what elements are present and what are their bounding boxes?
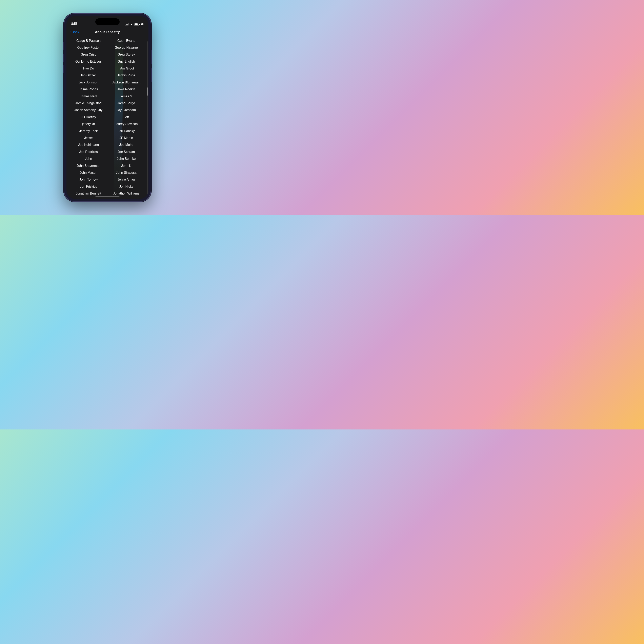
list-item: Jake Rodkin	[107, 86, 148, 93]
list-item: Jesse	[66, 135, 107, 141]
list-item: Ian Glazer	[66, 72, 107, 79]
list-item: Jeri Dansky	[107, 128, 148, 135]
list-item: Joe Moke	[107, 141, 148, 148]
nav-title: About Tapestry	[95, 30, 120, 34]
list-item: Joe Schram	[107, 148, 148, 155]
list-item: Hao Do	[66, 65, 107, 72]
signal-bar-1	[125, 25, 126, 25]
list-item: John Tornow	[66, 176, 107, 183]
list-item: JD Hartley	[66, 114, 107, 121]
content-area: Gaige B PaulsenGeon EvansGeoffrey Foster…	[66, 37, 148, 199]
names-list: Gaige B PaulsenGeon EvansGeoffrey Foster…	[66, 37, 148, 199]
status-icons: ▲ 78	[125, 23, 143, 26]
list-item: John	[66, 155, 107, 162]
list-item: Guillermo Esteves	[66, 58, 107, 65]
list-item: Jason Anthony Guy	[66, 107, 107, 114]
list-item: Jamie Thingelstad	[66, 100, 107, 107]
list-item: Jay Gresham	[107, 107, 148, 114]
list-item: John K	[107, 162, 148, 169]
list-item: Joe Kohlmann	[66, 141, 107, 148]
list-item: Joline Almer	[107, 176, 148, 183]
list-item: Jeremy Frick	[66, 128, 107, 135]
list-item: Jonathon Williams	[107, 190, 148, 197]
signal-bar-3	[127, 24, 128, 25]
list-item: JF Martin	[107, 135, 148, 141]
list-item: Gaige B Paulsen	[66, 37, 107, 44]
list-item: Joseph Zambella	[107, 197, 148, 199]
list-item: Joseph Agreda	[66, 197, 107, 199]
signal-bar-4	[128, 23, 129, 25]
list-item: John Mason	[66, 169, 107, 176]
list-item: James Neal	[66, 93, 107, 100]
list-item: John Braverman	[66, 162, 107, 169]
list-item: John Behnke	[107, 155, 148, 162]
scrollbar-track[interactable]	[147, 41, 148, 195]
battery-fill	[135, 23, 138, 25]
phone-screen: 8:53 ▲ 78 ‹ Ba	[66, 16, 148, 199]
battery-percent: 78	[141, 23, 143, 26]
list-item: Greg Crisp	[66, 51, 107, 58]
list-item: Jared Sorge	[107, 100, 148, 107]
list-item: John Siracusa	[107, 169, 148, 176]
list-item: Jon Friskics	[66, 183, 107, 190]
list-item: Jack Johnson	[66, 79, 107, 86]
dynamic-island	[95, 18, 120, 25]
list-item: I Am Groot	[107, 65, 148, 72]
list-item: Greg Storey	[107, 51, 148, 58]
phone-frame: 8:53 ▲ 78 ‹ Ba	[64, 14, 151, 201]
battery-icon: 78	[134, 23, 143, 26]
signal-bars-icon	[125, 23, 129, 25]
list-item: Geoffrey Foster	[66, 44, 107, 51]
list-item: Jeffrey Stevison	[107, 121, 148, 127]
wifi-icon: ▲	[130, 23, 133, 26]
list-item: Jaime Rodas	[66, 86, 107, 93]
list-item: Guy English	[107, 58, 148, 65]
list-item: George Navarro	[107, 44, 148, 51]
battery-body	[134, 23, 139, 25]
list-item: Joe Rodricks	[66, 148, 107, 155]
scrollbar-thumb[interactable]	[147, 87, 148, 96]
list-item: jefferyjxn	[66, 121, 107, 127]
list-item: Jon Hicks	[107, 183, 148, 190]
chevron-left-icon: ‹	[70, 30, 71, 34]
list-item: Jeff	[107, 114, 148, 121]
nav-bar: ‹ Back About Tapestry	[66, 27, 148, 37]
list-item: Jonathan Bennett	[66, 190, 107, 197]
list-item: James S.	[107, 93, 148, 100]
names-grid: Gaige B PaulsenGeon EvansGeoffrey Foster…	[66, 37, 148, 199]
signal-bar-2	[126, 24, 127, 25]
list-item: Jackson Blommaert	[107, 79, 148, 86]
list-item: Geon Evans	[107, 37, 148, 44]
back-label: Back	[72, 30, 79, 34]
status-time: 8:53	[71, 22, 78, 26]
list-item: Jachin Rupe	[107, 72, 148, 79]
back-button[interactable]: ‹ Back	[70, 30, 79, 34]
